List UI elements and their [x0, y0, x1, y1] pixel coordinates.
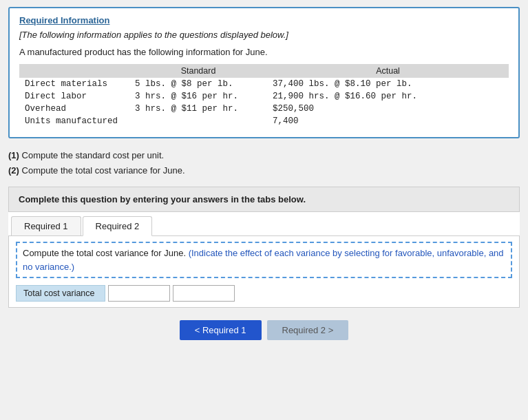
tab-required-1-label: Required 1: [24, 221, 68, 231]
row-actual-0: 37,400 lbs. @ $8.10 per lb.: [267, 78, 509, 90]
info-box-title: Required Information: [19, 15, 509, 25]
question-1: (1) Compute the standard cost per unit.: [8, 148, 520, 163]
table-row: Direct materials 5 lbs. @ $8 per lb. 37,…: [19, 78, 509, 90]
nav-buttons: < Required 1 Required 2 >: [8, 320, 520, 347]
col-header-empty: [19, 64, 129, 78]
table-row: Overhead 3 hrs. @ $11 per hr. $250,500: [19, 103, 509, 115]
page-wrapper: Required Information [The following info…: [0, 0, 528, 354]
info-table: Standard Actual Direct materials 5 lbs. …: [19, 64, 509, 127]
question-2: (2) Compute the total cost variance for …: [8, 163, 520, 178]
row-standard-1: 3 hrs. @ $16 per hr.: [129, 90, 267, 103]
instruction-main-text: Compute the total cost variance for June…: [23, 248, 189, 258]
table-row: Direct labor 3 hrs. @ $16 per hr. 21,900…: [19, 90, 509, 103]
variance-type-input[interactable]: [173, 285, 235, 302]
info-box: Required Information [The following info…: [8, 7, 520, 138]
q1-text: Compute the standard cost per unit.: [22, 150, 165, 160]
variance-row: Total cost variance: [16, 285, 512, 302]
tabs-row: Required 1 Required 2: [8, 212, 520, 236]
complete-banner: Complete this question by entering your …: [8, 187, 520, 212]
q2-text: Compute the total cost variance for June…: [22, 165, 185, 176]
tab-required-2-label: Required 2: [96, 221, 140, 231]
questions-section: (1) Compute the standard cost per unit. …: [8, 148, 520, 178]
row-actual-1: 21,900 hrs. @ $16.60 per hr.: [267, 90, 509, 103]
q1-num: (1): [8, 150, 19, 160]
tab-required-1[interactable]: Required 1: [11, 216, 81, 235]
instruction-box: Compute the total cost variance for June…: [16, 242, 512, 278]
info-italic-note: [The following information applies to th…: [19, 30, 509, 40]
variance-amount-input[interactable]: [108, 285, 170, 302]
q2-num: (2): [8, 165, 19, 176]
tab-required-2[interactable]: Required 2: [83, 216, 153, 236]
variance-label: Total cost variance: [16, 285, 105, 302]
row-actual-2: $250,500: [267, 103, 509, 115]
row-actual-3: 7,400: [267, 115, 509, 127]
row-label-0: Direct materials: [19, 78, 129, 90]
row-standard-3: [129, 115, 267, 127]
row-standard-2: 3 hrs. @ $11 per hr.: [129, 103, 267, 115]
content-area: Compute the total cost variance for June…: [8, 236, 520, 308]
row-label-3: Units manufactured: [19, 115, 129, 127]
info-description: A manufactured product has the following…: [19, 47, 509, 57]
prev-button[interactable]: < Required 1: [180, 320, 262, 340]
row-standard-0: 5 lbs. @ $8 per lb.: [129, 78, 267, 90]
col-header-standard: Standard: [129, 64, 267, 78]
table-row: Units manufactured 7,400: [19, 115, 509, 127]
row-label-1: Direct labor: [19, 90, 129, 103]
col-header-actual: Actual: [267, 64, 509, 78]
next-button[interactable]: Required 2 >: [267, 320, 349, 340]
row-label-2: Overhead: [19, 103, 129, 115]
